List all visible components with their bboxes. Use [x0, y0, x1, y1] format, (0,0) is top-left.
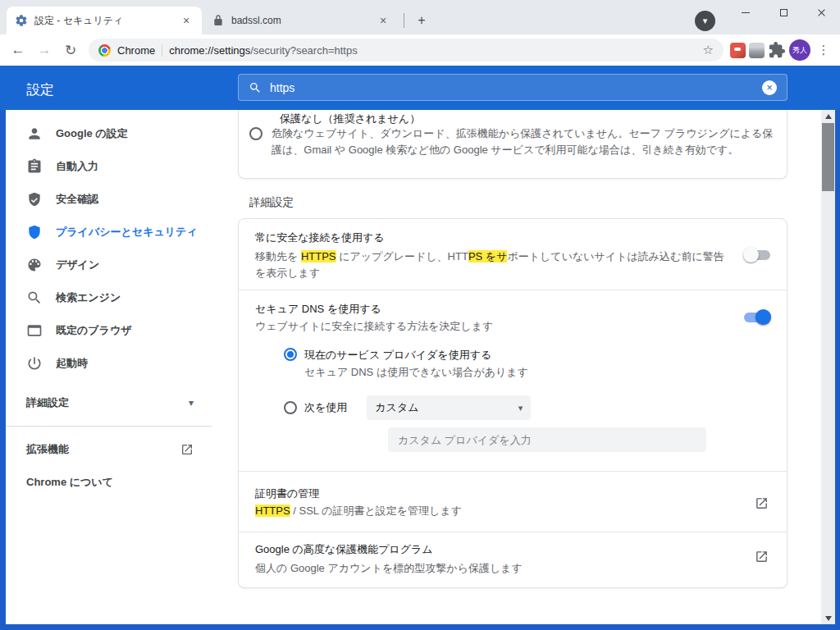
secure-dns-row: セキュア DNS を使用する ウェブサイトに安全に接続する方法を決定します 現在…	[239, 290, 787, 471]
refresh-button[interactable]: ↻	[59, 39, 82, 62]
dns-current-radio[interactable]	[284, 348, 297, 361]
person-icon	[26, 126, 43, 142]
https-first-title: 常に安全な接続を使用する	[255, 231, 770, 245]
page-scrollbar[interactable]	[821, 110, 835, 624]
scrollbar-up-arrow[interactable]	[821, 110, 835, 122]
external-link-icon	[180, 443, 194, 456]
browser-window: 設定 - セキュリティ × badssl.com × + ▾ ← → ↻ Chr…	[0, 0, 840, 630]
close-button[interactable]	[802, 0, 840, 25]
extensions-puzzle-icon[interactable]	[768, 41, 786, 59]
tab-settings[interactable]: 設定 - セキュリティ ×	[7, 7, 202, 34]
sidebar-item-startup[interactable]: 起動時	[0, 347, 230, 380]
sidebar-divider	[0, 426, 212, 427]
browser-menu-icon[interactable]: ⋮	[814, 40, 833, 60]
sidebar-item-about[interactable]: Chrome について	[0, 466, 230, 499]
sidebar-item-autofill[interactable]: 自動入力	[0, 150, 230, 183]
back-button[interactable]: ←	[7, 39, 30, 62]
address-bar[interactable]: Chrome chrome://settings/security?search…	[89, 39, 724, 62]
https-first-toggle[interactable]	[744, 250, 770, 260]
sidebar-label: 検索エンジン	[56, 290, 121, 305]
maximize-button[interactable]	[765, 0, 802, 25]
scrollbar-down-arrow[interactable]	[821, 612, 835, 624]
page-title: 設定	[26, 80, 54, 99]
certificates-row[interactable]: 証明書の管理 HTTPS / SSL の証明書と設定を管理します	[239, 471, 787, 532]
external-link-icon[interactable]	[755, 496, 769, 510]
chevron-down-icon: ▾	[518, 403, 523, 413]
settings-gear-icon	[15, 14, 28, 27]
address-separator	[162, 44, 162, 57]
search-icon	[249, 81, 262, 94]
no-protection-radio[interactable]	[249, 127, 262, 140]
secure-dns-toggle[interactable]	[744, 313, 770, 322]
sidebar-label: Google の設定	[56, 126, 128, 141]
search-icon	[26, 290, 43, 306]
tab-strip: 設定 - セキュリティ × badssl.com × + ▾	[0, 0, 840, 34]
sidebar-item-search-engine[interactable]: 検索エンジン	[0, 281, 230, 314]
browser-window-icon	[26, 322, 43, 339]
minimize-icon	[742, 12, 750, 13]
protection-program-row[interactable]: Google の高度な保護機能プログラム 個人の Google アカウントを標的…	[239, 532, 787, 587]
advanced-section-heading: 詳細設定	[238, 195, 788, 210]
scrollbar-thumb[interactable]	[822, 123, 834, 191]
settings-search-input[interactable]	[270, 81, 754, 94]
dns-current-label: 現在のサービス プロバイダを使用する	[304, 348, 528, 363]
sidebar-label: 詳細設定	[26, 395, 69, 410]
settings-search[interactable]: ×	[238, 74, 788, 101]
settings-content: 保護なし（推奨されません） 危険なウェブサイト、ダウンロード、拡張機能から保護さ…	[238, 110, 788, 588]
dns-custom-label: 次を使用	[304, 400, 347, 415]
sidebar-item-google[interactable]: Google の設定	[0, 117, 230, 150]
tab-close-icon[interactable]: ×	[179, 13, 194, 28]
sidebar-item-appearance[interactable]: デザイン	[0, 249, 230, 281]
sidebar-item-safety-check[interactable]: 安全確認	[0, 183, 230, 216]
extension-icon-1[interactable]	[730, 43, 746, 58]
settings-header: 設定 ×	[0, 66, 840, 110]
sidebar-item-default-browser[interactable]: 既定のブラウザ	[0, 314, 230, 347]
advanced-security-card: 常に安全な接続を使用する 移動先を HTTPS にアップグレードし、HTTPS …	[238, 218, 788, 588]
dns-option-current: 現在のサービス プロバイダを使用する セキュア DNS は使用できない場合があり…	[284, 348, 770, 381]
tab-close-icon[interactable]: ×	[376, 13, 390, 28]
secure-dns-options: 現在のサービス プロバイダを使用する セキュア DNS は使用できない場合があり…	[284, 348, 770, 452]
sidebar-label: 自動入力	[56, 159, 98, 174]
url-text: chrome://settings/security?search=https	[169, 44, 357, 57]
triangle-up-icon	[825, 114, 832, 119]
dns-provider-dropdown[interactable]: カスタム ▾	[367, 395, 531, 420]
minimize-button[interactable]	[727, 0, 765, 25]
clear-search-icon[interactable]: ×	[762, 80, 777, 95]
window-frame-left	[0, 110, 6, 630]
no-protection-title: 保護なし（推奨されません）	[280, 112, 420, 126]
shield-check-icon	[26, 191, 43, 208]
chevron-down-icon: ▾	[189, 397, 194, 409]
https-first-row: 常に安全な接続を使用する 移動先を HTTPS にアップグレードし、HTTPS …	[239, 219, 787, 290]
safe-browsing-card: 保護なし（推奨されません） 危険なウェブサイト、ダウンロード、拡張機能から保護さ…	[238, 110, 788, 179]
bookmark-star-icon[interactable]: ☆	[703, 43, 714, 57]
dns-current-desc: セキュア DNS は使用できない場合があります	[304, 364, 528, 381]
window-controls	[727, 0, 840, 25]
https-first-desc: 移動先を HTTPS にアップグレードし、HTTPS をサポートしていないサイト…	[255, 249, 729, 281]
tab-separator	[404, 13, 404, 28]
sidebar-item-extensions[interactable]: 拡張機能	[0, 433, 230, 466]
sidebar-item-advanced[interactable]: 詳細設定 ▾	[0, 386, 230, 419]
site-label: Chrome	[117, 44, 155, 57]
custom-provider-input[interactable]	[388, 427, 706, 452]
sidebar-label: デザイン	[56, 258, 99, 272]
new-tab-button[interactable]: +	[412, 11, 431, 30]
window-frame-right	[835, 110, 840, 630]
certificates-title: 証明書の管理	[255, 486, 770, 501]
sidebar-label: 起動時	[56, 356, 88, 371]
forward-button[interactable]: →	[33, 39, 56, 62]
window-frame-bottom	[0, 624, 840, 630]
no-protection-desc: 危険なウェブサイト、ダウンロード、拡張機能から保護されていません。セーフ ブラウ…	[272, 126, 774, 158]
dns-custom-radio[interactable]	[284, 401, 297, 414]
profile-avatar[interactable]: 秀人	[789, 39, 810, 61]
protection-program-desc: 個人の Google アカウントを標的型攻撃から保護します	[255, 560, 729, 577]
extension-icon-2[interactable]	[749, 43, 765, 58]
sidebar-item-privacy[interactable]: プライバシーとセキュリティ	[0, 216, 230, 249]
external-link-icon[interactable]	[755, 550, 769, 564]
shield-icon	[26, 224, 43, 240]
sidebar-label: Chrome について	[26, 475, 113, 490]
tab-badssl[interactable]: badssl.com ×	[203, 7, 399, 34]
dropdown-value: カスタム	[375, 400, 418, 415]
sidebar-label: 既定のブラウザ	[56, 323, 132, 338]
tab-search-button[interactable]: ▾	[695, 11, 715, 31]
secure-dns-desc: ウェブサイトに安全に接続する方法を決定します	[255, 318, 770, 335]
